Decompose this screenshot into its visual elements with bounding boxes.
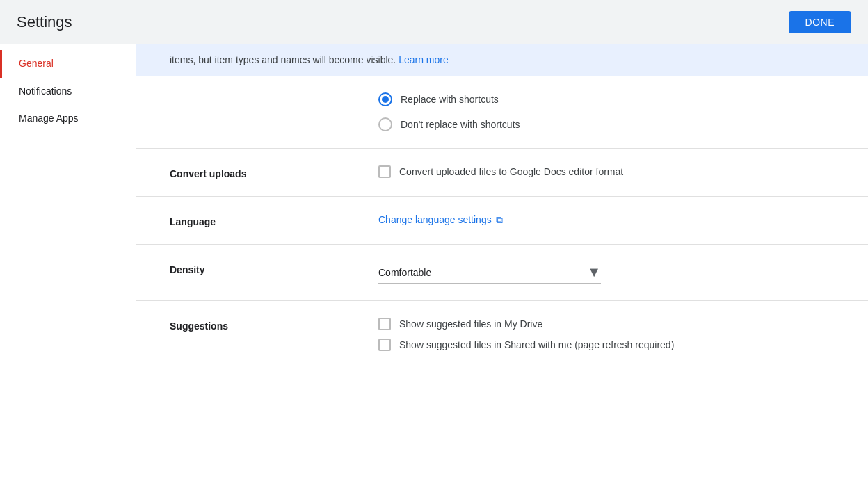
header: Settings DONE bbox=[0, 0, 868, 44]
radio-replace-button[interactable] bbox=[378, 92, 392, 106]
checkbox-my-drive-box[interactable] bbox=[378, 318, 391, 330]
density-label: Density bbox=[170, 261, 378, 275]
density-section: Density Comfortable ▼ bbox=[136, 245, 868, 301]
density-dropdown[interactable]: Comfortable ▼ bbox=[378, 261, 601, 284]
convert-uploads-label: Convert uploads bbox=[170, 165, 378, 179]
checkbox-shared-with-me-box[interactable] bbox=[378, 339, 391, 351]
radio-no-replace-button[interactable] bbox=[378, 117, 392, 131]
convert-uploads-content: Convert uploaded files to Google Docs ed… bbox=[378, 165, 835, 178]
external-link-icon: ⧉ bbox=[496, 214, 503, 226]
language-link-text: Change language settings bbox=[378, 214, 492, 225]
body: General Notifications Manage Apps items,… bbox=[0, 44, 868, 488]
radio-no-replace[interactable]: Don't replace with shortcuts bbox=[378, 117, 835, 131]
shortcuts-content: Replace with shortcuts Don't replace wit… bbox=[378, 92, 835, 131]
language-link[interactable]: Change language settings ⧉ bbox=[378, 214, 503, 226]
page-title: Settings bbox=[17, 13, 72, 31]
suggestions-label: Suggestions bbox=[170, 318, 378, 332]
sidebar-item-notifications[interactable]: Notifications bbox=[0, 78, 136, 106]
shortcuts-label bbox=[170, 92, 378, 95]
language-section: Language Change language settings ⧉ bbox=[136, 197, 868, 245]
radio-replace-inner bbox=[382, 96, 389, 103]
density-value: Comfortable bbox=[378, 267, 431, 278]
checkbox-convert[interactable]: Convert uploaded files to Google Docs ed… bbox=[378, 165, 835, 178]
done-button[interactable]: DONE bbox=[789, 11, 851, 33]
language-label: Language bbox=[170, 213, 378, 227]
radio-no-replace-label: Don't replace with shortcuts bbox=[401, 119, 520, 130]
checkbox-my-drive[interactable]: Show suggested files in My Drive bbox=[378, 318, 835, 330]
main-content: items, but item types and names will bec… bbox=[136, 44, 868, 488]
suggestions-section: Suggestions Show suggested files in My D… bbox=[136, 301, 868, 368]
shortcuts-section: Replace with shortcuts Don't replace wit… bbox=[136, 76, 868, 149]
checkbox-my-drive-label: Show suggested files in My Drive bbox=[399, 318, 542, 330]
settings-window: Settings DONE General Notifications Mana… bbox=[0, 0, 868, 488]
dropdown-arrow-icon: ▼ bbox=[587, 264, 601, 280]
checkbox-shared-with-me-label: Show suggested files in Shared with me (… bbox=[399, 339, 674, 350]
learn-more-link[interactable]: Learn more bbox=[399, 54, 449, 65]
sidebar-item-general[interactable]: General bbox=[0, 50, 136, 78]
checkbox-convert-box[interactable] bbox=[378, 165, 391, 178]
banner-text: items, but item types and names will bec… bbox=[170, 54, 396, 65]
suggestions-content: Show suggested files in My Drive Show su… bbox=[378, 318, 835, 351]
language-content: Change language settings ⧉ bbox=[378, 213, 835, 226]
checkbox-shared-with-me[interactable]: Show suggested files in Shared with me (… bbox=[378, 339, 835, 351]
density-content: Comfortable ▼ bbox=[378, 261, 835, 284]
radio-replace-label: Replace with shortcuts bbox=[401, 94, 499, 105]
radio-replace[interactable]: Replace with shortcuts bbox=[378, 92, 835, 106]
info-banner: items, but item types and names will bec… bbox=[136, 44, 868, 76]
checkbox-convert-label: Convert uploaded files to Google Docs ed… bbox=[399, 166, 623, 177]
sidebar: General Notifications Manage Apps bbox=[0, 44, 136, 488]
sidebar-item-manage-apps[interactable]: Manage Apps bbox=[0, 105, 136, 133]
convert-uploads-section: Convert uploads Convert uploaded files t… bbox=[136, 149, 868, 197]
